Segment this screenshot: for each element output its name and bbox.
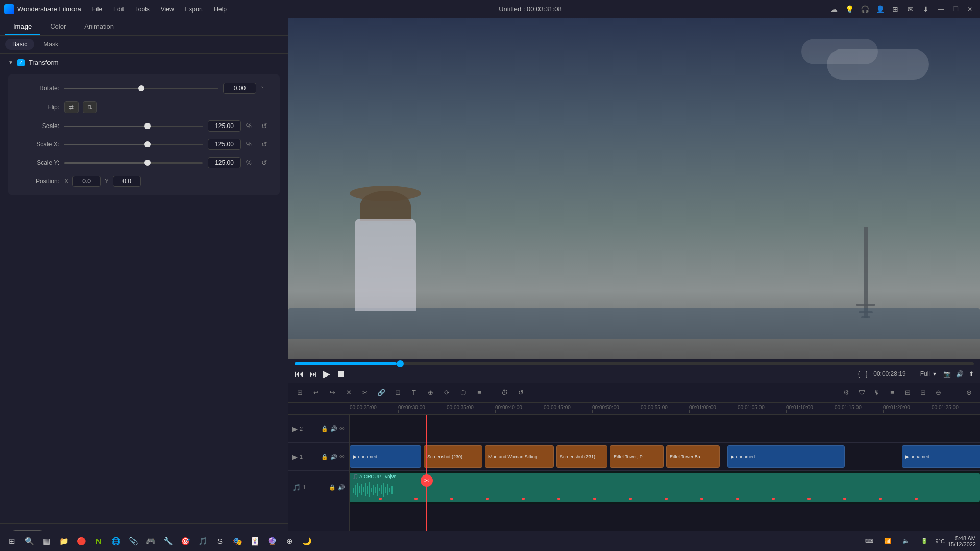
taskbar-wifi-icon[interactable]: 📶 [880, 534, 895, 549]
tl-speed[interactable]: ⏱ [498, 387, 510, 399]
tl-cut[interactable]: ✂ [359, 387, 371, 399]
track2-audio-icon[interactable]: 🔊 [330, 425, 337, 432]
app9-button[interactable]: 🎭 [230, 534, 245, 549]
menu-file[interactable]: File [87, 4, 107, 15]
app6-button[interactable]: 🎯 [178, 534, 193, 549]
mail-icon[interactable]: ✉ [905, 4, 916, 14]
close-button[interactable]: ✕ [964, 3, 976, 15]
menu-export[interactable]: Export [180, 4, 208, 15]
clip-unnamed-2[interactable]: ▶ unnamed [727, 445, 845, 468]
app1-button[interactable]: 🔴 [74, 534, 89, 549]
search-button[interactable]: 🔍 [21, 534, 37, 549]
position-x-input[interactable] [72, 176, 101, 187]
menu-view[interactable]: View [156, 4, 179, 15]
clip-eiffel-ba[interactable]: Eiffel Tower Ba... [666, 445, 720, 468]
tl-add-media[interactable]: ⊞ [293, 387, 306, 399]
app8-button[interactable]: S [212, 534, 228, 549]
taskbar-keyboard-icon[interactable]: ⌨ [862, 534, 877, 549]
avatar-icon[interactable]: 👤 [875, 4, 885, 14]
app3-button[interactable]: 📎 [126, 534, 141, 549]
play-button[interactable]: ▶ [323, 368, 330, 380]
volume-icon[interactable]: 🔊 [956, 370, 964, 378]
tab-image[interactable]: Image [5, 18, 40, 35]
tl-snap[interactable]: ⊞ [901, 387, 914, 399]
tl-zoom-out[interactable]: ⊖ [932, 387, 944, 399]
tl-undo[interactable]: ↩ [310, 387, 322, 399]
track1-audio-icon[interactable]: 🔊 [330, 454, 337, 460]
clip-eiffel-p[interactable]: Eiffel Tower, P... [610, 445, 664, 468]
tl-mixer[interactable]: ≡ [886, 387, 898, 399]
tl-zoom-slider[interactable]: — [947, 387, 960, 399]
export-icon[interactable]: ⬆ [969, 370, 974, 378]
scalex-slider[interactable] [64, 144, 203, 145]
scaley-slider[interactable] [64, 162, 203, 164]
explorer-button[interactable]: 📁 [56, 534, 71, 549]
tab-color[interactable]: Color [42, 18, 74, 35]
audio-volume-icon[interactable]: 🔊 [338, 484, 345, 491]
scale-reset-icon[interactable]: ↺ [259, 122, 270, 130]
tl-effect[interactable]: ⊕ [424, 387, 436, 399]
menu-tools[interactable]: Tools [130, 4, 155, 15]
taskbar-volume-icon[interactable]: 🔈 [898, 534, 914, 549]
app4-button[interactable]: 🎮 [143, 534, 158, 549]
tl-crop[interactable]: ⊡ [391, 387, 404, 399]
task-view-button[interactable]: ▦ [39, 534, 54, 549]
track1-eye-icon[interactable]: 👁 [339, 454, 345, 460]
stop-button[interactable]: ⏹ [336, 369, 346, 380]
tl-audio[interactable]: ≡ [473, 387, 485, 399]
tl-delete[interactable]: ✕ [342, 387, 355, 399]
download-icon[interactable]: ⬇ [921, 4, 931, 14]
track1-lock-icon[interactable]: 🔒 [321, 454, 328, 460]
position-y-input[interactable] [113, 176, 141, 187]
scalex-reset-icon[interactable]: ↺ [259, 140, 270, 148]
clip-screenshot231[interactable]: Screenshot (231) [556, 445, 607, 468]
tl-zoom-in[interactable]: ⊕ [963, 387, 975, 399]
rotate-slider[interactable] [64, 88, 218, 89]
tl-rotate[interactable]: ⟳ [440, 387, 453, 399]
tl-mic[interactable]: 🎙 [871, 387, 883, 399]
section-checkbox[interactable]: ✓ [17, 59, 24, 66]
cloud-icon[interactable]: ☁ [829, 4, 839, 14]
clip-unnamed-3[interactable]: ▶ unnamed [902, 445, 980, 468]
tl-zoom-fit[interactable]: ⊟ [917, 387, 929, 399]
app5-button[interactable]: 🔧 [160, 534, 176, 549]
scale-slider[interactable] [64, 126, 203, 127]
maximize-button[interactable]: ❐ [949, 3, 962, 15]
scaley-reset-icon[interactable]: ↺ [259, 159, 270, 167]
subtab-mask[interactable]: Mask [36, 39, 65, 50]
audio-lock-icon[interactable]: 🔒 [329, 484, 336, 491]
app7-button[interactable]: 🎵 [195, 534, 210, 549]
rotate-value[interactable] [223, 83, 256, 94]
zoom-dropdown-icon[interactable]: ▾ [933, 370, 936, 378]
tl-settings[interactable]: ⚙ [840, 387, 852, 399]
scalex-value[interactable] [208, 139, 241, 150]
progress-thumb[interactable] [397, 360, 404, 367]
app12-button[interactable]: ⊕ [282, 534, 297, 549]
app2-button[interactable]: N [91, 534, 106, 549]
bulb-icon[interactable]: 💡 [844, 4, 854, 14]
start-button[interactable]: ⊞ [4, 534, 19, 549]
rewind-button[interactable]: ⏮ [295, 369, 304, 380]
collapse-arrow[interactable]: ▼ [8, 60, 13, 65]
track2-eye-icon[interactable]: 👁 [339, 425, 345, 432]
audio-clip[interactable]: 🎵 A-GROUP - Vo|ve [350, 473, 980, 502]
flip-vertical-button[interactable]: ⇅ [83, 101, 97, 113]
screenshot-icon[interactable]: 📷 [943, 370, 951, 378]
tl-redo[interactable]: ↪ [326, 387, 338, 399]
app13-button[interactable]: 🌙 [299, 534, 314, 549]
tl-text[interactable]: T [408, 387, 420, 399]
track2-lock-icon[interactable]: 🔒 [321, 425, 328, 432]
clip-unnamed-1[interactable]: ▶ unnamed [350, 445, 421, 468]
playhead[interactable]: ✂ [426, 415, 427, 546]
tl-color[interactable]: ⬡ [457, 387, 469, 399]
app10-button[interactable]: 🃏 [247, 534, 262, 549]
flip-horizontal-button[interactable]: ⇄ [64, 101, 79, 113]
scaley-value[interactable] [208, 157, 241, 168]
scale-value[interactable] [208, 120, 241, 132]
tab-animation[interactable]: Animation [76, 18, 122, 35]
app11-button[interactable]: 🔮 [264, 534, 280, 549]
clip-man-woman[interactable]: Man and Woman Sitting ... [485, 445, 554, 468]
tl-link[interactable]: 🔗 [375, 387, 387, 399]
clip-screenshot230[interactable]: Screenshot (230) [424, 445, 482, 468]
minimize-button[interactable]: — [935, 3, 947, 15]
